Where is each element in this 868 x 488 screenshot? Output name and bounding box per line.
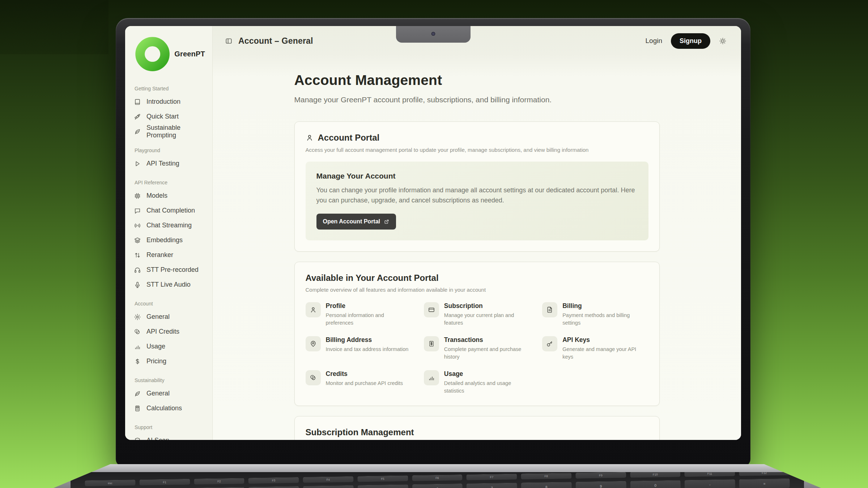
- nav-section-label: Getting Started: [134, 86, 205, 91]
- keyboard-key: F10: [630, 472, 680, 478]
- nav-section-label: Account: [134, 301, 205, 307]
- leaf-icon: [134, 128, 141, 135]
- play-icon: [134, 160, 141, 167]
- sidebar-item-label: Quick Start: [146, 113, 179, 120]
- nav-section-getting-started: Getting StartedIntroductionQuick StartSu…: [134, 86, 205, 139]
- camera-notch: [396, 26, 471, 43]
- feature-description: Manage your current plan and features: [444, 312, 530, 327]
- external-link-icon: [384, 219, 390, 224]
- keyboard-key: 9: [575, 481, 626, 488]
- keyboard-key: 5: [357, 484, 408, 488]
- keyboard-key: F5: [357, 475, 408, 482]
- sidebar-item-ai-scan[interactable]: AI Scan: [134, 433, 205, 440]
- headphones-icon: [134, 266, 141, 274]
- feature-title: API Keys: [562, 336, 648, 344]
- sidebar-item-embeddings[interactable]: Embeddings: [134, 233, 205, 248]
- sidebar-item-label: STT Live Audio: [146, 281, 191, 288]
- features-card: Available in Your Account Portal Complet…: [294, 262, 660, 406]
- account-portal-description: Access your full account management port…: [306, 147, 648, 153]
- feature-billing-address: Billing AddressInvoice and tax address i…: [306, 336, 412, 361]
- layers-icon: [134, 237, 141, 244]
- nav-section-support: SupportAI Scan: [134, 424, 205, 440]
- keyboard-key: F2: [194, 478, 244, 484]
- logo-text: GreenPT: [174, 50, 205, 58]
- feature-description: Generate and manage your API keys: [562, 346, 648, 361]
- sidebar-item-chat-streaming[interactable]: Chat Streaming: [134, 218, 205, 233]
- sidebar-item-models[interactable]: Models: [134, 188, 205, 203]
- feature-transactions: TransactionsComplete payment and purchas…: [424, 336, 530, 361]
- keyboard: escF1F2F3F4F5F6F7F8F9F10F11F12`123456789…: [85, 472, 790, 488]
- sidebar-toggle-icon[interactable]: [225, 37, 233, 45]
- sidebar-item-label: Introduction: [146, 98, 180, 106]
- signup-button[interactable]: Signup: [671, 33, 710, 49]
- subscription-card: Subscription Management: [294, 416, 660, 440]
- feature-title: Usage: [444, 370, 530, 378]
- features-title: Available in Your Account Portal: [306, 273, 648, 283]
- sidebar-item-stt-pre-recorded[interactable]: STT Pre-recorded: [134, 262, 205, 277]
- sidebar-item-usage[interactable]: Usage: [134, 339, 205, 354]
- sidebar-item-quick-start[interactable]: Quick Start: [134, 109, 205, 124]
- topbar: Account – General Login Signup: [213, 26, 741, 56]
- feature-title: Credits: [326, 370, 403, 378]
- keyboard-key: F3: [248, 477, 299, 484]
- sidebar-item-label: API Testing: [146, 160, 179, 167]
- nav-section-label: Playground: [134, 147, 205, 153]
- feature-description: Complete payment and purchase history: [444, 346, 530, 361]
- manage-account-box: Manage Your Account You can change your …: [306, 162, 648, 240]
- feature-description: Payment methods and billing settings: [562, 312, 648, 327]
- sidebar-item-introduction[interactable]: Introduction: [134, 94, 205, 109]
- sidebar-item-stt-live-audio[interactable]: STT Live Audio: [134, 277, 205, 292]
- keyboard-key: 7: [467, 483, 517, 488]
- manage-account-body: You can change your profile information …: [316, 185, 638, 206]
- feature-icon-box: [424, 336, 439, 351]
- sidebar-item-general[interactable]: General: [134, 386, 205, 401]
- feature-title: Transactions: [444, 336, 530, 344]
- sidebar-item-label: Calculations: [146, 404, 182, 412]
- nav-section-playground: PlaygroundAPI Testing: [134, 147, 205, 171]
- feature-description: Detailed analytics and usage statistics: [444, 380, 530, 395]
- credit-card-icon: [428, 306, 435, 313]
- laptop-screen: GreenPT Getting StartedIntroductionQuick…: [125, 26, 741, 440]
- coins-icon: [134, 328, 141, 335]
- mic-icon: [134, 281, 141, 288]
- account-portal-card: Account Portal Access your full account …: [294, 121, 660, 252]
- sun-icon[interactable]: [719, 37, 727, 45]
- sidebar-item-api-testing[interactable]: API Testing: [134, 156, 205, 171]
- feature-usage: UsageDetailed analytics and usage statis…: [424, 370, 530, 395]
- leaf-icon: [134, 390, 141, 397]
- login-link[interactable]: Login: [646, 37, 663, 45]
- page-content: Account Management Manage your GreenPT a…: [213, 56, 741, 440]
- breadcrumb: Account – General: [238, 36, 313, 46]
- webcam-icon: [431, 32, 435, 36]
- sidebar-item-label: Sustainable Prompting: [146, 124, 205, 139]
- feature-icon-box: [542, 336, 557, 351]
- sidebar-item-calculations[interactable]: Calculations: [134, 401, 205, 416]
- feature-icon-box: [424, 370, 439, 385]
- keyboard-deck: escF1F2F3F4F5F6F7F8F9F10F11F12`123456789…: [71, 472, 804, 488]
- open-account-portal-button[interactable]: Open Account Portal: [316, 214, 396, 230]
- keyboard-key: 3: [248, 486, 299, 488]
- feature-description: Invoice and tax address information: [326, 346, 409, 353]
- nav-section-label: Support: [134, 424, 205, 430]
- account-portal-title: Account Portal: [318, 133, 380, 143]
- map-pin-icon: [310, 340, 317, 347]
- feature-icon-box: [306, 302, 321, 317]
- topbar-actions: Login Signup: [646, 33, 727, 49]
- page-title: Account Management: [294, 72, 660, 88]
- logo[interactable]: GreenPT: [134, 35, 205, 73]
- sidebar-item-api-credits[interactable]: API Credits: [134, 324, 205, 339]
- nav-section-label: Sustainability: [134, 377, 205, 383]
- sidebar-item-general[interactable]: General: [134, 309, 205, 324]
- receipt-icon: [428, 340, 435, 347]
- key-icon: [546, 340, 553, 347]
- sidebar-item-sustainable-prompting[interactable]: Sustainable Prompting: [134, 124, 205, 139]
- sidebar-item-label: Pricing: [146, 358, 166, 365]
- feature-icon-box: [306, 336, 321, 351]
- calculator-icon: [134, 405, 141, 412]
- sidebar-item-chat-completion[interactable]: Chat Completion: [134, 203, 205, 218]
- sidebar-item-reranker[interactable]: Reranker: [134, 248, 205, 262]
- sidebar-item-pricing[interactable]: Pricing: [134, 354, 205, 369]
- keyboard-key: 4: [303, 485, 353, 488]
- broadcast-icon: [134, 222, 141, 229]
- keyboard-key: F9: [575, 472, 626, 479]
